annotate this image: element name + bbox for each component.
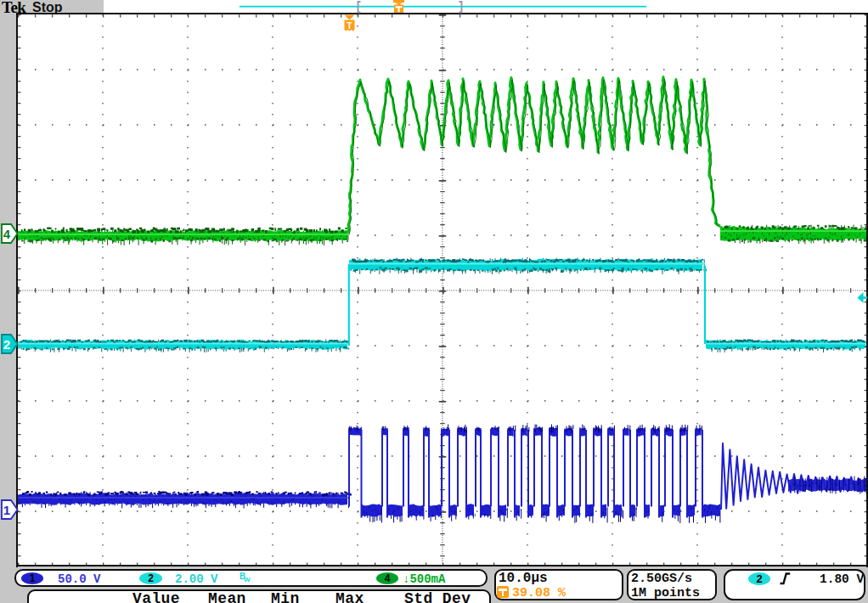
svg-text:1: 1 xyxy=(3,503,10,517)
svg-text:4: 4 xyxy=(3,227,11,241)
svg-text:T: T xyxy=(347,20,352,31)
svg-text:2: 2 xyxy=(3,337,10,352)
